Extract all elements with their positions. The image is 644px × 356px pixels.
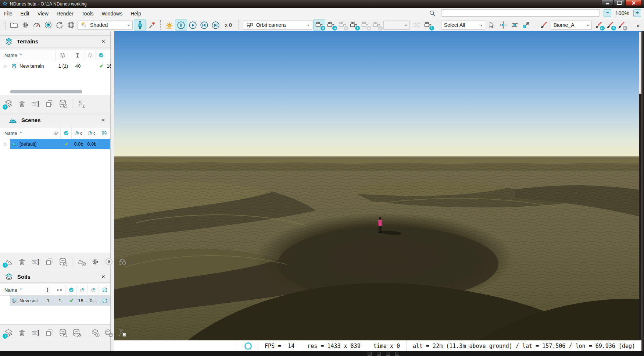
delete-scene-button[interactable] (17, 256, 28, 267)
scene-settings-button[interactable] (90, 256, 101, 267)
camera-settings-button[interactable]: ⚙ (313, 19, 325, 31)
table-row[interactable]: New soil 1 1 ✔ 16... 0.... (0, 296, 110, 306)
toolbar-grip[interactable] (4, 21, 6, 29)
viewport-scrollbar-thumb[interactable] (639, 32, 641, 94)
menu-tools[interactable]: Tools (78, 9, 98, 18)
clear-soil-data-button[interactable] (71, 327, 82, 338)
selection-mode-dropdown[interactable]: Select All ▾ (441, 21, 485, 30)
scenes-close-button[interactable]: × (100, 117, 107, 123)
menu-edit[interactable]: Edit (17, 9, 33, 18)
rename-terrain-button[interactable] (30, 98, 41, 109)
move-tool-button[interactable] (498, 20, 509, 30)
soil-preview-button[interactable] (103, 327, 114, 338)
camera-back-button[interactable]: ◂ (325, 20, 337, 30)
world-button[interactable] (65, 20, 76, 30)
play-button[interactable] (187, 20, 198, 30)
rotate-tool-button[interactable] (509, 20, 520, 30)
terrains-col-enabled[interactable] (96, 50, 106, 61)
eyedropper-button[interactable] (146, 20, 157, 30)
soils-col-cache2[interactable] (87, 284, 99, 295)
brush-rotate-button[interactable]: ↻ (616, 20, 627, 30)
menu-windows[interactable]: Windows (97, 9, 126, 18)
camera-mode-dropdown[interactable]: Orbit camera ▾ (243, 21, 312, 30)
clear-scene-data-button[interactable] (57, 256, 68, 267)
close-button[interactable] (625, 0, 642, 6)
duplicate-soil-button[interactable] (44, 327, 55, 338)
step-forward-button[interactable] (210, 20, 221, 30)
menu-help[interactable]: Help (126, 9, 145, 18)
pause-button[interactable] (175, 19, 187, 31)
scenes-col-cache2[interactable]: c (85, 128, 98, 139)
scene-explore-button[interactable] (117, 256, 128, 267)
search-input[interactable] (441, 9, 600, 17)
scenes-toolbar-overflow-button[interactable]: » (130, 259, 135, 265)
viewport-3d[interactable] (114, 31, 641, 340)
biome-dropdown[interactable]: Biome_A ▾ (551, 21, 592, 30)
rename-soil-button[interactable] (30, 327, 41, 338)
soils-col-enabled[interactable] (65, 284, 76, 295)
taskbar-strip[interactable] (0, 351, 644, 356)
camera-save-button[interactable]: ▣ (359, 20, 371, 30)
brush-scatter-button[interactable]: ✳ (604, 20, 616, 30)
shuffle-button[interactable] (411, 20, 422, 30)
scene-record-button[interactable] (103, 256, 114, 267)
camera-load-button[interactable]: ↓ (371, 20, 382, 30)
terrains-col-sublayers[interactable] (85, 50, 96, 61)
soils-col-width[interactable] (53, 284, 65, 295)
terrains-col-name[interactable]: Name ▲ (0, 50, 55, 61)
scale-tool-button[interactable] (520, 20, 532, 30)
settings-button[interactable] (19, 20, 31, 30)
add-scene-button[interactable]: + (3, 256, 14, 267)
soils-col-save[interactable] (99, 284, 110, 295)
titlebar[interactable]: NDunes beta - O:\1A NDunes working (0, 0, 644, 8)
scenes-col-name[interactable]: Name ▲ (0, 128, 51, 139)
terrains-col-more[interactable] (106, 50, 110, 61)
scenes-col-cache1[interactable]: c (71, 128, 85, 139)
soils-col-name[interactable]: Name ▲ (0, 284, 42, 295)
performance-button[interactable] (31, 20, 42, 30)
clear-terrain-data-button[interactable] (57, 98, 68, 109)
horizontal-scrollbar[interactable] (10, 90, 82, 93)
export-soil-button[interactable] (117, 327, 128, 338)
minimize-button[interactable] (602, 0, 613, 6)
character-view-button[interactable] (134, 19, 146, 31)
brush-move-button[interactable]: ↔ (593, 20, 604, 30)
maximize-button[interactable] (613, 0, 625, 6)
zoom-in-button[interactable]: + (633, 9, 641, 17)
table-row[interactable]: ▷ [default] ✔ 0.0b 0.0b (0, 139, 110, 149)
camera-delete-button[interactable]: × (337, 20, 348, 30)
soil-layers-button[interactable] (90, 327, 101, 338)
scenes-col-enabled[interactable] (60, 128, 71, 139)
soils-col-cache1[interactable] (76, 284, 87, 295)
select-tool-button[interactable] (486, 20, 498, 30)
search-icon[interactable] (429, 10, 436, 17)
delete-terrain-button[interactable] (17, 98, 28, 109)
step-back-button[interactable] (198, 20, 210, 30)
scenes-col-save[interactable] (98, 128, 110, 139)
menu-render[interactable]: Render (53, 9, 78, 18)
reload-soil-data-button[interactable] (57, 327, 68, 338)
rename-scene-button[interactable] (30, 256, 41, 267)
camera-add-button[interactable]: + (348, 20, 359, 30)
daylight-button[interactable] (164, 20, 175, 30)
delete-soil-button[interactable] (17, 327, 28, 338)
reset-view-button[interactable] (54, 20, 65, 30)
table-row[interactable]: ▷ New terrain 1 (1) 40 ✔ 16 (0, 61, 110, 71)
add-soil-button[interactable]: + (3, 327, 14, 338)
export-terrain-button[interactable] (76, 98, 87, 109)
zoom-out-button[interactable]: − (604, 9, 611, 17)
render-mode-button[interactable] (42, 20, 54, 30)
validate-scene-button[interactable] (76, 256, 87, 267)
shading-mode-dropdown[interactable]: Shaded ▾ (78, 21, 133, 30)
expand-arrow-icon[interactable]: ▷ (4, 142, 7, 146)
terrains-col-layers[interactable] (55, 50, 70, 61)
terrains-col-height[interactable] (70, 50, 85, 61)
soils-close-button[interactable]: × (100, 274, 107, 280)
add-terrain-button[interactable]: + (3, 98, 14, 109)
soils-col-height[interactable] (42, 284, 53, 295)
scenes-col-visible[interactable] (51, 128, 60, 139)
toolbar-overflow-button[interactable]: » (637, 22, 640, 28)
menu-view[interactable]: View (33, 9, 53, 18)
duplicate-terrain-button[interactable] (44, 98, 55, 109)
open-file-button[interactable] (8, 20, 19, 30)
